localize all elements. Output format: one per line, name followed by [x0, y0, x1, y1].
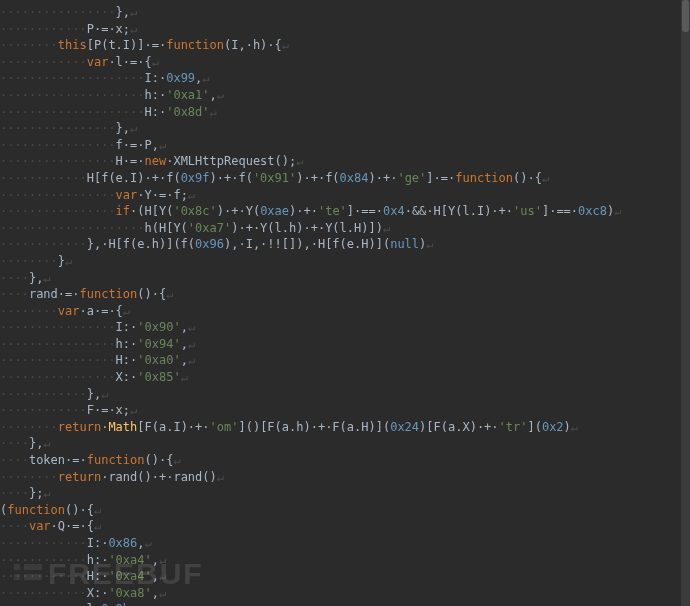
- code-line: ················},↵: [0, 120, 681, 137]
- code-line: ············F·=·x;↵: [0, 402, 681, 419]
- code-line: (function()·{↵: [0, 502, 681, 519]
- scrollbar-thumb[interactable]: [682, 0, 689, 32]
- code-line: ····················h(H[Y('0xa7')·+·Y(l.…: [0, 220, 681, 237]
- code-line: ················h:·'0x94',↵: [0, 336, 681, 353]
- code-line: ····················h:·'0xa1',↵: [0, 87, 681, 104]
- code-line: ····},↵: [0, 270, 681, 287]
- code-line: ················},↵: [0, 4, 681, 21]
- code-line: ················H:·'0xa0',↵: [0, 352, 681, 369]
- code-line: ················if·(H[Y('0x8c')·+·Y(0xae…: [0, 203, 681, 220]
- code-line: ····················H:·'0x8d'↵: [0, 104, 681, 121]
- code-line: ············var·l·=·{↵: [0, 54, 681, 71]
- code-line: ············h:·'0xa4',↵: [0, 552, 681, 569]
- code-line: ············P·=·x;↵: [0, 21, 681, 38]
- code-line: ····················I:·0x99,↵: [0, 70, 681, 87]
- code-line: ············},·H[f(e.h)](f(0x96),·I,·!![…: [0, 236, 681, 253]
- code-line: ················I:·'0x90',↵: [0, 319, 681, 336]
- code-line: ················H·=·new·XMLHttpRequest()…: [0, 153, 681, 170]
- code-line: ····},↵: [0, 435, 681, 452]
- vertical-scrollbar[interactable]: [681, 0, 690, 606]
- code-line: ····rand·=·function()·{↵: [0, 286, 681, 303]
- code-block: ················},↵············P·=·x;↵··…: [0, 4, 681, 606]
- code-editor-viewport: ················},↵············P·=·x;↵··…: [0, 0, 681, 606]
- code-line: ····token·=·function()·{↵: [0, 452, 681, 469]
- code-line: ············I:·0x86,↵: [0, 535, 681, 552]
- code-line: ········var·a·=·{↵: [0, 303, 681, 320]
- code-line: ············H[f(e.I)·+·f(0x9f)·+·f('0x91…: [0, 170, 681, 187]
- code-line: ················f·=·P,↵: [0, 137, 681, 154]
- code-line: ············},↵: [0, 386, 681, 403]
- code-line: ········}↵: [0, 253, 681, 270]
- code-line: ················var·Y·=·f;↵: [0, 187, 681, 204]
- code-line: ············X:·'0xa8',↵: [0, 585, 681, 602]
- code-line: ········this[P(t.I)]·=·function(I,·h)·{↵: [0, 37, 681, 54]
- code-line: ····var·Q·=·{↵: [0, 518, 681, 535]
- code-line: ················X:·'0x85'↵: [0, 369, 681, 386]
- code-line: ············l·0x9b: [0, 601, 681, 606]
- code-line: ············H:·'0xa4',↵: [0, 568, 681, 585]
- code-line: ········return·Math[F(a.I)·+·'om']()[F(a…: [0, 419, 681, 436]
- code-line: ········return·rand()·+·rand()↵: [0, 469, 681, 486]
- code-line: ····};↵: [0, 485, 681, 502]
